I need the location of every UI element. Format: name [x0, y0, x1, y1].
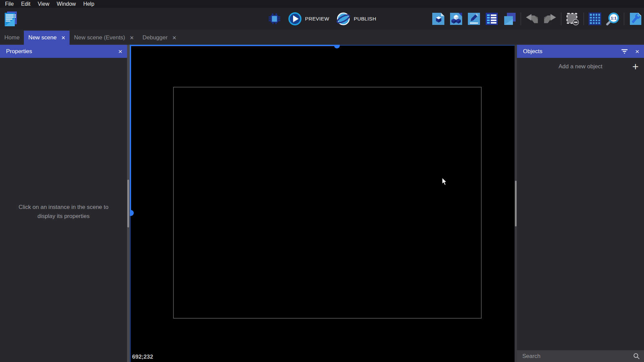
scrollbar-thumb[interactable] — [127, 180, 129, 227]
properties-panel-header: Properties × — [0, 45, 127, 58]
toolbar-center-group: PREVIEW PUBLISH — [268, 8, 376, 30]
toolbar-separator — [624, 12, 624, 25]
properties-panel: Properties × Click on an instance in the… — [0, 45, 127, 362]
search-icon[interactable] — [633, 353, 640, 360]
cursor-coordinates: 692;232 — [132, 354, 153, 360]
canvas-vertical-scrollbar[interactable] — [515, 45, 517, 362]
grid-icon[interactable] — [588, 12, 602, 26]
preview-label: PREVIEW — [305, 16, 329, 22]
add-object-row[interactable]: Add a new object + — [517, 59, 644, 75]
canvas-top-selection-line — [130, 45, 337, 46]
redo-icon[interactable] — [543, 12, 557, 26]
tab-debugger[interactable]: Debugger × — [138, 31, 180, 45]
toolbar: PREVIEW PUBLISH — [0, 8, 644, 30]
main-area: Properties × Click on an instance in the… — [0, 45, 644, 362]
objects-panel: Objects × Add a new object + — [517, 45, 644, 362]
menu-window[interactable]: Window — [53, 0, 80, 8]
instances-list-icon[interactable] — [485, 12, 498, 26]
toolbar-right-group: 1:1 — [432, 8, 642, 30]
scene-editor-canvas[interactable]: 692;232 — [130, 45, 515, 362]
close-objects-icon[interactable]: × — [635, 48, 639, 55]
close-tab-icon[interactable]: × — [172, 34, 176, 41]
tab-new-scene-events[interactable]: New scene (Events) × — [70, 31, 138, 45]
toolbar-separator — [561, 12, 561, 25]
properties-panel-title: Properties — [6, 48, 118, 55]
menu-edit[interactable]: Edit — [17, 0, 34, 8]
preview-button[interactable]: PREVIEW — [288, 12, 329, 26]
canvas-top-selection-line-dark — [337, 45, 515, 46]
toolbar-separator — [521, 12, 521, 25]
scene-window-frame — [173, 87, 482, 319]
svg-text:1:1: 1:1 — [611, 15, 616, 20]
objects-panel-header: Objects × — [517, 45, 644, 58]
close-tab-icon[interactable]: × — [130, 34, 134, 41]
scrollbar-thumb[interactable] — [515, 181, 517, 226]
publish-label: PUBLISH — [354, 16, 376, 22]
publish-button[interactable]: PUBLISH — [336, 11, 376, 26]
tab-label: New scene (Events) — [74, 34, 125, 41]
drag-handle-dot-left[interactable] — [130, 210, 134, 216]
menu-file[interactable]: File — [1, 0, 17, 8]
add-object-plus-icon[interactable]: + — [632, 61, 639, 72]
properties-empty-text: Click on an instance in the scene to dis… — [11, 203, 116, 221]
menu-view[interactable]: View — [34, 0, 53, 8]
project-manager-icon[interactable] — [3, 11, 18, 27]
canvas-left-selection-line — [130, 45, 131, 213]
objects-panel-title: Objects — [523, 48, 621, 55]
tab-home[interactable]: Home — [0, 31, 24, 45]
layers-editor-icon[interactable] — [503, 12, 516, 26]
play-icon — [288, 12, 302, 26]
panel-resize-handle-left[interactable] — [127, 45, 130, 362]
properties-panel-icon[interactable] — [467, 12, 481, 26]
drag-handle-dot-top[interactable] — [334, 45, 340, 48]
scene-settings-icon[interactable] — [629, 12, 642, 26]
canvas-left-selection-line-dark — [130, 213, 131, 362]
tab-label: Home — [4, 34, 19, 41]
tab-label: New scene — [28, 34, 56, 41]
tab-new-scene[interactable]: New scene × — [24, 31, 70, 45]
close-properties-icon[interactable]: × — [118, 48, 122, 55]
menu-bar: File Edit View Window Help — [0, 0, 644, 8]
object-groups-editor-icon[interactable] — [449, 12, 463, 26]
objects-list-empty-area — [517, 75, 644, 350]
properties-empty-state: Click on an instance in the scene to dis… — [0, 58, 127, 221]
mouse-cursor — [442, 177, 448, 187]
toolbar-separator — [583, 12, 584, 25]
debugger-bug-icon[interactable] — [268, 12, 281, 26]
tab-label: Debugger — [143, 34, 168, 41]
tab-bar: Home New scene × New scene (Events) × De… — [0, 30, 644, 45]
filter-icon[interactable] — [621, 49, 628, 54]
publish-globe-icon — [336, 11, 351, 26]
close-tab-icon[interactable]: × — [61, 34, 65, 41]
undo-icon[interactable] — [525, 12, 539, 26]
objects-search-bar — [517, 350, 644, 362]
add-object-label: Add a new object — [559, 63, 602, 70]
objects-editor-icon[interactable] — [432, 12, 445, 26]
menu-help[interactable]: Help — [80, 0, 98, 8]
zoom-1-1-icon[interactable]: 1:1 — [606, 12, 619, 26]
objects-search-input[interactable] — [522, 353, 633, 360]
clear-selection-icon[interactable] — [566, 12, 579, 26]
